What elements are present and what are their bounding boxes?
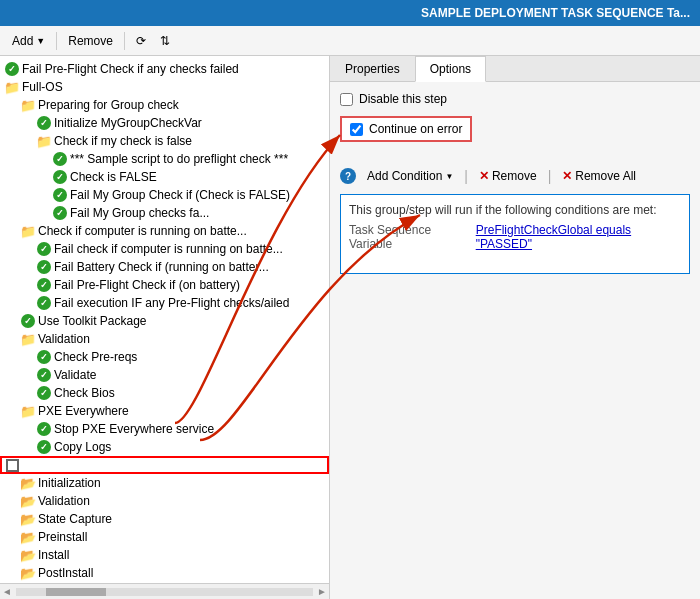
condition-type-label: Task Sequence Variable [349,223,472,251]
add-condition-label: Add Condition [367,169,442,183]
condition-value[interactable]: PreFlightCheckGlobal equals "PASSED" [476,223,681,251]
add-dropdown-icon: ▼ [36,36,45,46]
tree-item-text: Initialize MyGroupCheckVar [54,116,202,130]
tree-item-text: Fail execution IF any Pre-Flight checks/… [54,296,289,310]
right-pane: Properties Options Disable this step [330,56,700,599]
tree-item-18[interactable]: ✓Validate [0,366,329,384]
tree-item-12[interactable]: ✓Fail Battery Check if (running on batte… [0,258,329,276]
disable-step-checkbox[interactable] [340,93,353,106]
condition-toolbar: ? Add Condition ▼ | ✕ Remove | ✕ Remove … [340,166,690,186]
tree-item-text: Preinstall [38,530,87,544]
continue-on-error-label: Continue on error [369,122,462,136]
tree-item-9[interactable]: ✓Fail My Group checks fa... [0,204,329,222]
tab-options[interactable]: Options [415,56,486,82]
tree-item-24[interactable]: 📂Initialization [0,474,329,492]
tree-item-text: Fail Pre-Flight Check if any checks fail… [22,62,239,76]
tree-item-4[interactable]: ✓Initialize MyGroupCheckVar [0,114,329,132]
task-sequence-tree[interactable]: ✓Fail Pre-Flight Check if any checks fai… [0,56,329,583]
tree-item-22[interactable]: ✓Copy Logs [0,438,329,456]
check-circle-icon: ✓ [36,295,52,311]
folder-icon: 📁 [20,403,36,419]
horizontal-scrollbar[interactable]: ◄ ► [0,583,329,599]
title-text: SAMPLE DEPLOYMENT TASK SEQUENCE Ta... [421,6,690,20]
tree-item-text: Fail Pre-Flight Check if (on battery) [54,278,240,292]
remove-button[interactable]: Remove [62,32,119,50]
box-icon [4,457,20,473]
toolbar-separator-2 [124,32,125,50]
tree-item-8[interactable]: ✓Fail My Group Check if (Check is FALSE) [0,186,329,204]
condition-item: Task Sequence Variable PreFlightCheckGlo… [349,223,681,251]
tree-item-6[interactable]: ✓*** Sample script to do preflight check… [0,150,329,168]
folder-plain-icon: 📂 [20,511,36,527]
tree-item-28[interactable]: 📂Install [0,546,329,564]
tree-item-11[interactable]: ✓Fail check if computer is running on ba… [0,240,329,258]
tree-item-17[interactable]: ✓Check Pre-reqs [0,348,329,366]
separator-2: | [548,168,552,184]
tree-item-16[interactable]: 📁Validation [0,330,329,348]
folder-icon: 📁 [36,133,52,149]
tree-item-15[interactable]: ✓Use Toolkit Package [0,312,329,330]
check-circle-icon: ✓ [36,421,52,437]
continue-on-error-checkbox[interactable] [350,123,363,136]
condition-area: This group/step will run if the followin… [340,194,690,274]
tree-item-text: Execute Task Sequence [22,458,151,472]
title-bar: SAMPLE DEPLOYMENT TASK SEQUENCE Ta... [0,0,700,26]
options-content: Disable this step Continue on error ? Ad… [330,82,700,599]
tree-item-13[interactable]: ✓Fail Pre-Flight Check if (on battery) [0,276,329,294]
condition-remove-all-button[interactable]: ✕ Remove All [553,166,645,186]
tree-item-3[interactable]: 📁Preparing for Group check [0,96,329,114]
tree-item-23[interactable]: Execute Task Sequence [0,456,329,474]
tree-item-25[interactable]: 📂Validation [0,492,329,510]
tree-item-7[interactable]: ✓Check is FALSE [0,168,329,186]
move-button[interactable]: ⇅ [154,32,176,50]
folder-plain-icon: 📂 [20,493,36,509]
tree-item-text: Check Pre-reqs [54,350,137,364]
remove-all-x-icon: ✕ [562,169,572,183]
disable-step-row: Disable this step [340,92,690,106]
tree-item-27[interactable]: 📂Preinstall [0,528,329,546]
add-condition-button[interactable]: Add Condition ▼ [358,166,462,186]
condition-remove-label: Remove [492,169,537,183]
main-toolbar: Add ▼ Remove ⟳ ⇅ [0,26,700,56]
continue-on-error-box: Continue on error [340,116,472,142]
tree-item-text: State Capture [38,512,112,526]
add-condition-dropdown-icon: ▼ [445,172,453,181]
remove-label: Remove [68,34,113,48]
check-circle-icon: ✓ [52,151,68,167]
tree-item-text: Use Toolkit Package [38,314,147,328]
check-circle-icon: ✓ [52,205,68,221]
tree-item-21[interactable]: ✓Stop PXE Everywhere service [0,420,329,438]
disable-step-label: Disable this step [359,92,447,106]
condition-info-text: This group/step will run if the followin… [349,203,681,217]
tree-item-26[interactable]: 📂State Capture [0,510,329,528]
tree-item-text: Validation [38,494,90,508]
check-circle-icon: ✓ [36,277,52,293]
tree-item-14[interactable]: ✓Fail execution IF any Pre-Flight checks… [0,294,329,312]
folder-icon: 📁 [20,331,36,347]
tab-bar: Properties Options [330,56,700,82]
refresh-button[interactable]: ⟳ [130,32,152,50]
tree-item-5[interactable]: 📁Check if my check is false [0,132,329,150]
tree-item-10[interactable]: 📁Check if computer is running on batte..… [0,222,329,240]
tab-properties[interactable]: Properties [330,56,415,82]
tree-item-2[interactable]: 📁Full-OS [0,78,329,96]
tree-item-1[interactable]: ✓Fail Pre-Flight Check if any checks fai… [0,60,329,78]
toolbar-separator [56,32,57,50]
add-label: Add [12,34,33,48]
folder-plain-icon: 📂 [20,565,36,581]
check-circle-icon: ✓ [20,313,36,329]
condition-remove-button[interactable]: ✕ Remove [470,166,546,186]
check-circle-icon: ✓ [36,367,52,383]
add-button[interactable]: Add ▼ [6,32,51,50]
move-icon: ⇅ [160,34,170,48]
check-circle-icon: ✓ [36,439,52,455]
tree-item-19[interactable]: ✓Check Bios [0,384,329,402]
tree-item-text: Validation [38,332,90,346]
remove-x-icon: ✕ [479,169,489,183]
check-circle-icon: ✓ [36,259,52,275]
tree-item-20[interactable]: 📁PXE Everywhere [0,402,329,420]
tree-item-29[interactable]: 📂PostInstall [0,564,329,582]
separator-1: | [464,168,468,184]
check-circle-icon: ✓ [4,61,20,77]
tree-item-text: Fail Battery Check if (running on batter… [54,260,269,274]
